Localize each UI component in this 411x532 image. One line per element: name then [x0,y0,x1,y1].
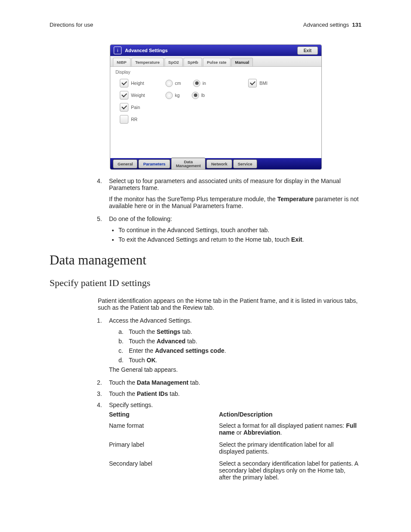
pain-label: Pain [131,105,151,110]
weight-unit-lb-radio[interactable] [192,92,199,99]
tab-manual[interactable]: Manual [231,58,253,66]
settings-table: Setting Action/Description Name format S… [109,409,359,483]
step-1-substeps: a.Touch the Settings tab. b.Touch the Ad… [118,328,361,364]
footer-tab-data-management[interactable]: Data Management [171,158,206,170]
footer-tab-network[interactable]: Network [206,159,232,168]
row-height: Height cm in BMI [115,77,316,89]
heading-data-management: Data management [50,252,361,268]
substep-b: b.Touch the Advanced tab. [118,338,361,345]
footer-tab-service[interactable]: Service [233,159,257,168]
intro-paragraph: Patient identification appears on the Ho… [98,297,361,311]
tab-spo2[interactable]: SpO2 [165,58,183,66]
device-logo-icon: i [114,47,121,54]
weight-checkbox[interactable] [120,91,128,100]
footer-tab-parameters[interactable]: Parameters [138,159,170,168]
height-unit-cm-label: cm [175,81,181,86]
bullet-continue: To continue in the Advanced Settings, to… [118,227,361,233]
weight-label: Weight [131,93,151,98]
step-1: 1. Access the Advanced Settings. [97,317,361,324]
row-weight: Weight kg lb [115,89,316,101]
footer-tab-general[interactable]: General [113,159,137,168]
step-5-bullets: To continue in the Advanced Settings, to… [118,227,361,243]
step-3: 3. Touch the Patient IDs tab. [97,390,361,397]
footer-tabs: General Parameters Data Management Netwo… [110,158,321,169]
screenshot-titlebar: i Advanced Settings Exit [110,45,321,56]
substep-c: c.Enter the Advanced settings code. [118,347,361,354]
col-action: Action/Description [219,409,359,420]
tab-sphb[interactable]: SpHb [184,58,202,66]
section-label: Display [115,69,316,75]
runhead-left: Directions for use [50,22,93,28]
runhead-right: Advanced settings 131 [303,22,361,28]
bmi-label: BMI [259,81,268,86]
device-screenshot: i Advanced Settings Exit NIBP Temperatur… [110,44,322,170]
row-rr: RR [115,113,316,125]
tab-temperature[interactable]: Temperature [131,58,164,66]
rr-label: RR [131,117,151,122]
weight-unit-kg-label: kg [175,93,180,98]
row-primary-label: Primary label Select the primary identif… [109,439,359,457]
tab-pulse-rate[interactable]: Pulse rate [203,58,230,66]
running-header: Directions for use Advanced settings 131 [50,22,361,28]
substep-a: a.Touch the Settings tab. [118,328,361,335]
exit-button[interactable]: Exit [297,47,318,55]
screenshot-title: Advanced Settings [125,48,168,53]
row-pain: Pain [115,101,316,113]
heading-specify-patient-id: Specify patient ID settings [50,277,361,289]
row-name-format: Name format Select a format for all disp… [109,420,359,439]
pain-checkbox[interactable] [120,103,128,112]
step-5: 5. Do one of the following: [97,215,361,222]
step-1-tail: The General tab appears. [109,366,361,373]
step-4: 4. Select up to four parameters and asso… [97,177,361,191]
bmi-checkbox[interactable] [248,79,257,87]
bullet-exit: To exit the Advanced Settings and return… [118,236,361,243]
col-setting: Setting [109,409,219,420]
height-label: Height [131,81,151,86]
substep-d: d.Touch OK. [118,357,361,364]
step-4-note: If the monitor has the SureTemp Plus tem… [109,196,361,209]
parameter-tabs: NIBP Temperature SpO2 SpHb Pulse rate Ma… [110,56,321,67]
weight-unit-lb-label: lb [201,93,205,98]
height-checkbox[interactable] [120,79,128,87]
step-4b: 4. Specify settings. [97,401,361,408]
step-2: 2. Touch the Data Management tab. [97,379,361,386]
height-unit-in-radio[interactable] [193,80,200,87]
weight-unit-kg-radio[interactable] [165,92,173,99]
rr-checkbox[interactable] [120,115,128,124]
row-secondary-label: Secondary label Select a secondary ident… [109,457,359,483]
tab-nibp[interactable]: NIBP [113,58,131,66]
height-unit-in-label: in [202,81,206,86]
height-unit-cm-radio[interactable] [165,80,173,87]
